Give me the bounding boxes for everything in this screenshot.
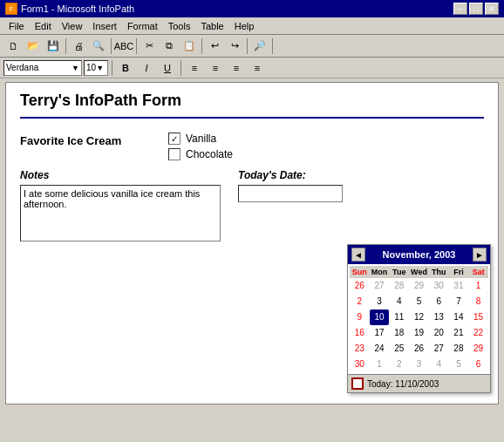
calendar-day[interactable]: 6 bbox=[429, 294, 449, 309]
font-name: Verdana bbox=[6, 63, 38, 72]
notes-input[interactable]: I ate some delicious vanilla ice cream t… bbox=[20, 185, 221, 241]
vanilla-label: Vanilla bbox=[186, 133, 216, 145]
calendar-day[interactable]: 10 bbox=[370, 309, 390, 325]
vanilla-row: ✓ Vanilla bbox=[168, 133, 233, 145]
calendar-day[interactable]: 2 bbox=[350, 294, 370, 309]
align-justify-button[interactable]: ≡ bbox=[248, 59, 267, 77]
bold-button[interactable]: B bbox=[116, 59, 135, 77]
calendar-day[interactable]: 29 bbox=[409, 278, 429, 294]
cut-button[interactable]: ✂ bbox=[140, 37, 159, 55]
calendar-day[interactable]: 9 bbox=[350, 309, 370, 325]
undo-button[interactable]: ↩ bbox=[205, 37, 224, 55]
align-center-button[interactable]: ≡ bbox=[206, 59, 225, 77]
align-left-button[interactable]: ≡ bbox=[185, 59, 204, 77]
calendar-day[interactable]: 2 bbox=[389, 357, 409, 372]
menu-item-table[interactable]: Table bbox=[195, 19, 228, 33]
date-section: Today's Date: bbox=[238, 169, 343, 202]
menu-item-file[interactable]: File bbox=[3, 19, 30, 33]
calendar-day[interactable]: 4 bbox=[389, 294, 409, 309]
ice-cream-checkboxes: ✓ Vanilla Chocolate bbox=[168, 133, 233, 160]
calendar-day[interactable]: 26 bbox=[350, 278, 370, 294]
calendar-day[interactable]: 23 bbox=[350, 341, 370, 357]
calendar-day[interactable]: 18 bbox=[389, 325, 409, 341]
title-bar: F Form1 - Microsoft InfoPath ─ □ ✕ bbox=[0, 0, 504, 17]
menu-item-help[interactable]: Help bbox=[229, 19, 260, 33]
italic-button[interactable]: I bbox=[137, 59, 156, 77]
calendar-day[interactable]: 13 bbox=[429, 309, 449, 325]
menu-item-view[interactable]: View bbox=[57, 19, 88, 33]
calendar-day[interactable]: 19 bbox=[409, 325, 429, 341]
calendar-day[interactable]: 7 bbox=[449, 294, 469, 309]
paste-button[interactable]: 📋 bbox=[180, 37, 199, 55]
size-dropdown[interactable]: 10 ▼ bbox=[84, 60, 108, 76]
calendar-day[interactable]: 27 bbox=[429, 341, 449, 357]
chocolate-checkbox[interactable] bbox=[168, 148, 180, 160]
calendar-day[interactable]: 15 bbox=[468, 309, 488, 325]
today-icon bbox=[351, 377, 364, 390]
new-button[interactable]: 🗋 bbox=[3, 37, 23, 55]
calendar-day[interactable]: 1 bbox=[370, 357, 390, 372]
align-right-button[interactable]: ≡ bbox=[227, 59, 246, 77]
cal-next-button[interactable]: ► bbox=[473, 248, 487, 262]
calendar-day[interactable]: 8 bbox=[468, 294, 488, 309]
chocolate-row: Chocolate bbox=[168, 148, 233, 160]
form-title: Terry's InfoPath Form bbox=[20, 92, 484, 119]
open-button[interactable]: 📂 bbox=[24, 37, 43, 55]
menu-item-edit[interactable]: Edit bbox=[30, 19, 57, 33]
redo-button[interactable]: ↪ bbox=[225, 37, 244, 55]
sep-fmt bbox=[112, 60, 112, 76]
calendar-footer[interactable]: Today: 11/10/2003 bbox=[348, 374, 490, 392]
calendar-day[interactable]: 27 bbox=[370, 278, 390, 294]
calendar-day[interactable]: 3 bbox=[370, 294, 390, 309]
font-dropdown[interactable]: Verdana ▼ bbox=[3, 60, 82, 76]
calendar-day[interactable]: 17 bbox=[370, 325, 390, 341]
menu-item-tools[interactable]: Tools bbox=[163, 19, 196, 33]
sep5 bbox=[247, 38, 248, 54]
minimize-button[interactable]: ─ bbox=[453, 3, 467, 15]
date-label: Today's Date: bbox=[238, 169, 343, 181]
cal-header-wed: Wed bbox=[409, 267, 429, 277]
menu-bar: FileEditViewInsertFormatToolsTableHelp bbox=[0, 17, 504, 35]
calendar-day[interactable]: 6 bbox=[468, 357, 488, 372]
calendar-day[interactable]: 26 bbox=[409, 341, 429, 357]
calendar-day[interactable]: 11 bbox=[389, 309, 409, 325]
menu-item-format[interactable]: Format bbox=[122, 19, 163, 33]
calendar-day[interactable]: 3 bbox=[409, 357, 429, 372]
calendar-day[interactable]: 16 bbox=[350, 325, 370, 341]
spell-button[interactable]: ABC bbox=[114, 37, 133, 55]
maximize-button[interactable]: □ bbox=[469, 3, 483, 15]
find-button[interactable]: 🔎 bbox=[250, 37, 269, 55]
save-button[interactable]: 💾 bbox=[44, 37, 63, 55]
sep1 bbox=[65, 38, 66, 54]
calendar-day[interactable]: 25 bbox=[389, 341, 409, 357]
calendar-day[interactable]: 29 bbox=[468, 341, 488, 357]
calendar-day[interactable]: 24 bbox=[370, 341, 390, 357]
calendar-day[interactable]: 31 bbox=[449, 278, 469, 294]
calendar-day[interactable]: 5 bbox=[409, 294, 429, 309]
cal-header-sat: Sat bbox=[468, 267, 488, 277]
date-input[interactable] bbox=[238, 185, 343, 202]
cal-prev-button[interactable]: ◄ bbox=[351, 248, 365, 262]
size-dropdown-arrow: ▼ bbox=[96, 64, 104, 72]
calendar-day[interactable]: 28 bbox=[389, 278, 409, 294]
vanilla-checkbox[interactable]: ✓ bbox=[168, 133, 180, 145]
close-button[interactable]: ✕ bbox=[485, 3, 499, 15]
calendar-day[interactable]: 20 bbox=[429, 325, 449, 341]
calendar-day[interactable]: 22 bbox=[468, 325, 488, 341]
calendar-day[interactable]: 4 bbox=[429, 357, 449, 372]
print-button[interactable]: 🖨 bbox=[69, 37, 88, 55]
menu-item-insert[interactable]: Insert bbox=[87, 19, 122, 33]
calendar-day[interactable]: 5 bbox=[449, 357, 469, 372]
font-size: 10 bbox=[86, 63, 96, 72]
copy-button[interactable]: ⧉ bbox=[160, 37, 179, 55]
cal-header-thu: Thu bbox=[429, 267, 449, 277]
calendar-day[interactable]: 30 bbox=[350, 357, 370, 372]
calendar-day[interactable]: 28 bbox=[449, 341, 469, 357]
preview-button[interactable]: 🔍 bbox=[89, 37, 108, 55]
calendar-day[interactable]: 12 bbox=[409, 309, 429, 325]
calendar-day[interactable]: 30 bbox=[429, 278, 449, 294]
calendar-day[interactable]: 14 bbox=[449, 309, 469, 325]
calendar-day[interactable]: 21 bbox=[449, 325, 469, 341]
underline-button[interactable]: U bbox=[158, 59, 177, 77]
calendar-day[interactable]: 1 bbox=[468, 278, 488, 294]
